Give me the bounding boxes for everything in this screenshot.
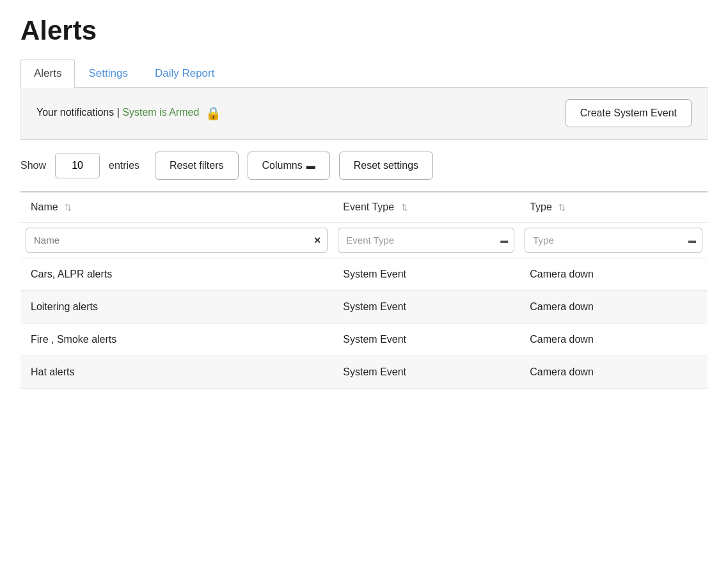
column-header-event-type[interactable]: Event Type ⇅	[333, 192, 519, 223]
type-filter-wrap: Type Camera down ▬	[525, 228, 702, 253]
table-row: Fire , Smoke alertsSystem EventCamera do…	[20, 324, 708, 356]
cell-type-1: Camera down	[519, 291, 708, 324]
system-armed-label: System is Armed	[122, 107, 199, 118]
table-row: Loitering alertsSystem EventCamera down	[20, 291, 708, 324]
tabs-bar: Alerts Settings Daily Report	[20, 59, 708, 88]
sort-icon-name[interactable]: ⇅	[65, 203, 72, 212]
table-body: Cars, ALPR alertsSystem EventCamera down…	[20, 258, 708, 389]
column-type-label: Type	[530, 201, 552, 212]
sort-icon-event-type[interactable]: ⇅	[401, 203, 408, 212]
lock-icon: 🔒	[205, 106, 221, 120]
table-filter-row: ✕ Event Type System Event ▬	[20, 223, 708, 258]
sort-icon-type[interactable]: ⇅	[558, 203, 566, 212]
column-name-label: Name	[31, 201, 58, 212]
reset-filters-button[interactable]: Reset filters	[155, 152, 238, 180]
cell-event_type-1: System Event	[333, 291, 519, 324]
cell-name-3: Hat alerts	[20, 356, 333, 389]
cell-name-0: Cars, ALPR alerts	[20, 258, 333, 291]
columns-label: Columns	[262, 160, 303, 171]
name-filter-wrap: ✕	[26, 228, 328, 253]
reset-settings-button[interactable]: Reset settings	[339, 152, 433, 180]
tab-settings[interactable]: Settings	[75, 59, 141, 88]
alerts-table: Name ⇅ Event Type ⇅ Type ⇅ ✕	[20, 192, 708, 389]
table-header-row: Name ⇅ Event Type ⇅ Type ⇅	[20, 192, 708, 223]
filter-cell-name: ✕	[20, 223, 333, 258]
table-row: Hat alertsSystem EventCamera down	[20, 356, 708, 389]
type-filter-select[interactable]: Type Camera down	[525, 228, 702, 253]
event-type-filter-wrap: Event Type System Event ▬	[338, 228, 514, 253]
filter-cell-event-type: Event Type System Event ▬	[333, 223, 519, 258]
filter-cell-type: Type Camera down ▬	[519, 223, 708, 258]
tab-daily-report[interactable]: Daily Report	[141, 59, 228, 88]
cell-event_type-0: System Event	[333, 258, 519, 291]
table-controls: Show entries Reset filters Columns ▬ Res…	[20, 139, 708, 189]
column-header-type[interactable]: Type ⇅	[519, 192, 708, 223]
cell-type-3: Camera down	[519, 356, 708, 389]
entries-input[interactable]	[55, 153, 100, 178]
column-event-type-label: Event Type	[343, 201, 394, 212]
entries-label: entries	[109, 160, 139, 171]
show-label: Show	[20, 160, 46, 171]
tab-alerts[interactable]: Alerts	[20, 59, 75, 88]
table-row: Cars, ALPR alertsSystem EventCamera down	[20, 258, 708, 291]
cell-type-0: Camera down	[519, 258, 708, 291]
cell-type-2: Camera down	[519, 324, 708, 356]
alerts-table-wrapper: Name ⇅ Event Type ⇅ Type ⇅ ✕	[20, 191, 708, 389]
columns-button[interactable]: Columns ▬	[248, 152, 330, 180]
create-system-event-button[interactable]: Create System Event	[566, 99, 692, 127]
columns-icon: ▬	[306, 161, 315, 171]
event-type-filter-select[interactable]: Event Type System Event	[338, 228, 514, 253]
page-title: Alerts	[20, 15, 708, 46]
notifications-text: Your notifications | System is Armed 🔒	[36, 106, 221, 121]
name-filter-input[interactable]	[26, 228, 328, 253]
notifications-prefix: Your notifications |	[36, 107, 120, 118]
column-header-name[interactable]: Name ⇅	[20, 192, 333, 223]
name-filter-clear[interactable]: ✕	[313, 235, 321, 246]
notifications-bar: Your notifications | System is Armed 🔒 C…	[20, 88, 708, 139]
cell-name-1: Loitering alerts	[20, 291, 333, 324]
cell-event_type-3: System Event	[333, 356, 519, 389]
cell-name-2: Fire , Smoke alerts	[20, 324, 333, 356]
cell-event_type-2: System Event	[333, 324, 519, 356]
